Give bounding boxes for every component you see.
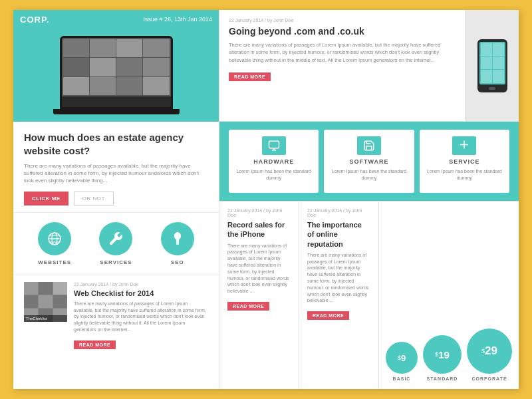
hero-buttons: CLICK ME OR NOT — [24, 192, 208, 205]
hardware-icon — [262, 136, 286, 155]
right-column: 22 January 2014 / by John Doe Going beyo… — [219, 10, 519, 389]
service-item-websites: WEBSITES — [38, 222, 71, 265]
blog-thumbnail: TheCheklist — [24, 282, 67, 322]
service-name: SERVICE — [449, 158, 479, 165]
bottom-title-0: Record sales for the iPhone — [227, 220, 291, 239]
bottom-read-more-1[interactable]: READ MORE — [307, 311, 349, 320]
right-bottom: 22 January 2014 / by John Doe Record sal… — [219, 201, 519, 389]
service-body: Lorem Ipsum has been the standard dummy — [425, 168, 504, 182]
phone-home-button — [489, 87, 495, 90]
basic-bubble: $9 — [386, 342, 418, 374]
bottom-title-1: The importance of online reputation — [307, 220, 370, 249]
phone-image — [466, 10, 519, 121]
hero-body: There are many variations of passages av… — [24, 162, 208, 185]
article-top: 22 January 2014 / by John Doe Going beyo… — [219, 10, 519, 122]
hero-title: How much does an estate agency website c… — [24, 131, 208, 157]
issue-number: Issue # 26, 13th Jan 2014 — [143, 16, 212, 23]
bottom-body-0: There are many variations of passages of… — [227, 243, 291, 295]
wrench-icon — [108, 231, 124, 247]
laptop-section — [13, 29, 219, 122]
or-not-button[interactable]: OR NOT — [74, 192, 114, 205]
pricing-circles: $9 BASIC $19 STANDARD $29 — [386, 329, 512, 381]
svg-rect-6 — [269, 141, 279, 148]
blog-title: Web Checklist for 2014 — [74, 289, 208, 298]
blog-content: 22 January 2014 / by John Doe Web Checkl… — [74, 282, 208, 349]
article-title: Going beyond .com and .co.uk — [229, 25, 456, 37]
laptop-frame — [60, 36, 173, 109]
seo-circle — [161, 222, 194, 255]
services-label: SERVICES — [100, 259, 132, 265]
bottom-body-1: There are many variations of passages of… — [307, 252, 370, 304]
laptop-base — [53, 109, 180, 114]
websites-label: WEBSITES — [38, 259, 71, 265]
bottom-meta-1: 22 January 2014 / by John Doe — [307, 208, 370, 217]
header-bar: CORP. Issue # 26, 13th Jan 2014 — [13, 10, 219, 29]
blog-read-more[interactable]: READ MORE — [74, 340, 116, 349]
service-icon — [452, 136, 476, 155]
basic-label: BASIC — [393, 376, 411, 381]
magazine-layout: CORP. Issue # 26, 13th Jan 2014 How much — [13, 10, 519, 389]
card-software: SOFTWARE Lorem Ipsum has been the standa… — [324, 130, 414, 193]
article-title-bold: Going beyond — [229, 26, 291, 37]
thumb-label: TheCheklist — [24, 315, 67, 322]
bottom-read-more-0[interactable]: READ MORE — [227, 302, 269, 311]
phone-screen — [479, 42, 505, 84]
software-body: Lorem Ipsum has been the standard dummy — [329, 168, 408, 182]
corporate-label: CORPORATE — [471, 376, 507, 381]
hero-section: How much does an estate agency website c… — [13, 122, 219, 213]
article-read-more[interactable]: READ MORE — [229, 72, 271, 81]
services-circle — [99, 222, 132, 255]
article-body: There are many variations of passages of… — [229, 41, 456, 64]
pricing-section: $9 BASIC $19 STANDARD $29 — [379, 201, 519, 389]
services-icons: WEBSITES SERVICES — [24, 222, 208, 265]
seo-label: SEO — [171, 259, 184, 265]
monitor-icon — [268, 140, 280, 152]
standard-label: STANDARD — [427, 376, 458, 381]
software-name: SOFTWARE — [349, 158, 388, 165]
phone-shape — [477, 39, 507, 92]
blog-meta: 22 January 2014 / by John Doe — [74, 282, 208, 287]
websites-circle — [38, 222, 71, 255]
click-me-button[interactable]: CLICK ME — [24, 192, 68, 205]
rocket-icon — [170, 231, 186, 247]
article-meta: 22 January 2014 / by John Doe — [229, 18, 456, 23]
service-item-seo: SEO — [161, 222, 194, 265]
price-basic: $9 BASIC — [386, 342, 418, 381]
floppy-icon — [363, 140, 375, 152]
cross-icon — [458, 140, 470, 152]
logo: CORP. — [20, 15, 50, 25]
corporate-bubble: $29 — [467, 329, 512, 374]
bottom-meta-0: 22 January 2014 / by John Doe — [227, 208, 291, 217]
blog-body: There are many variations of passages of… — [74, 301, 208, 333]
bottom-articles: 22 January 2014 / by John Doe Record sal… — [219, 201, 379, 389]
globe-icon — [47, 231, 63, 247]
hero-title-normal: How much — [24, 132, 74, 143]
main-article: 22 January 2014 / by John Doe Going beyo… — [219, 10, 466, 121]
hardware-name: HARDWARE — [253, 158, 294, 165]
hardware-body: Lorem Ipsum has been the standard dummy — [234, 168, 313, 182]
laptop-screen — [62, 38, 171, 96]
price-standard: $19 STANDARD — [423, 335, 462, 381]
cards-section: HARDWARE Lorem Ipsum has been the standa… — [219, 122, 519, 201]
price-corporate: $29 CORPORATE — [467, 329, 512, 381]
service-item-services: SERVICES — [99, 222, 132, 265]
bottom-article-1: 22 January 2014 / by John Doe The import… — [299, 201, 378, 389]
card-service: SERVICE Lorem Ipsum has been the standar… — [420, 130, 509, 193]
software-icon — [357, 136, 381, 155]
card-hardware: HARDWARE Lorem Ipsum has been the standa… — [229, 130, 319, 193]
article-title-suffix: .com and .co.uk — [294, 26, 364, 37]
left-column: CORP. Issue # 26, 13th Jan 2014 How much — [13, 10, 219, 389]
standard-bubble: $19 — [423, 335, 462, 374]
bottom-article-0: 22 January 2014 / by John Doe Record sal… — [219, 201, 299, 389]
blog-preview: TheCheklist 22 January 2014 / by John Do… — [13, 275, 219, 356]
services-section: WEBSITES SERVICES — [13, 213, 219, 275]
